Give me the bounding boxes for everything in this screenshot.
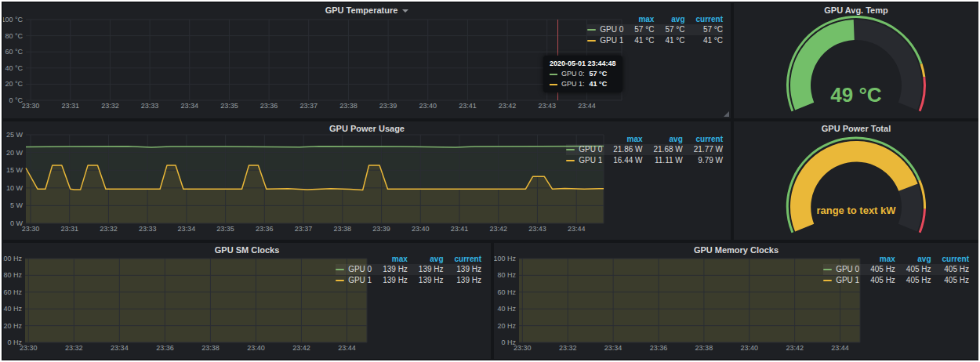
y-axis-label: 100 °C — [3, 16, 23, 24]
legend-row-gpu-0[interactable]: GPU 0139 Hz139 Hz139 Hz — [336, 264, 481, 275]
x-axis-label: 23:33 — [139, 225, 157, 233]
x-axis-label: 23:36 — [256, 225, 274, 233]
legend-header-row: maxavgcurrent — [823, 254, 969, 264]
x-axis-label: 23:38 — [334, 225, 352, 233]
y-axis-label: 10 W — [6, 184, 24, 192]
y-axis-label: 60 Hz — [3, 288, 22, 296]
gpu_power_total-svg — [734, 121, 978, 240]
legend-row-gpu-0[interactable]: GPU 057 °C57 °C57 °C — [587, 24, 723, 35]
x-axis-label: 23:42 — [489, 225, 507, 233]
legend-header-row: maxavgcurrent — [587, 14, 723, 24]
screenshot-frame: GPU Temperature 0 °C20 °C40 °C60 °C80 °C… — [0, 0, 980, 362]
legend-header-current: current — [685, 14, 723, 24]
chart-legend: maxavgcurrentGPU 0139 Hz139 Hz139 HzGPU … — [336, 254, 481, 286]
x-axis-label: 23:30 — [22, 225, 40, 233]
legend-row-gpu-1[interactable]: GPU 116.44 W11.11 W9.79 W — [566, 155, 723, 166]
x-axis-label: 23:37 — [299, 102, 318, 110]
panel-gpu-temperature: GPU Temperature 0 °C20 °C40 °C60 °C80 °C… — [3, 3, 731, 118]
gauge-value: 49 °C — [734, 83, 978, 107]
x-axis-label: 23:32 — [559, 344, 577, 352]
y-axis-label: 60 Hz — [497, 288, 516, 296]
y-axis-label: 5 W — [10, 201, 24, 209]
y-axis-label: 20 W — [6, 149, 24, 157]
chart-legend: maxavgcurrentGPU 057 °C57 °C57 °CGPU 141… — [587, 14, 723, 46]
y-axis-label: 100 Hz — [3, 255, 22, 262]
tooltip-row: GPU 1:41 °C — [550, 79, 616, 89]
x-axis-label: 23:37 — [295, 225, 313, 233]
series-fill — [519, 259, 860, 342]
panel-gpu-memory-clocks: GPU Memory Clocks 0 Hz20 Hz40 Hz60 Hz80 … — [494, 243, 978, 359]
x-axis-label: 23:40 — [412, 225, 430, 233]
legend-header-avg: avg — [408, 254, 444, 264]
x-axis-label: 23:30 — [22, 102, 40, 110]
legend-header-max: max — [859, 254, 895, 264]
x-axis-label: 23:33 — [141, 102, 159, 110]
x-axis-label: 23:43 — [528, 225, 546, 233]
y-axis-label: 80 °C — [5, 32, 23, 40]
chart-legend: maxavgcurrentGPU 021.86 W21.68 W21.77 WG… — [566, 134, 723, 166]
x-axis-label: 23:42 — [292, 344, 310, 352]
x-axis-label: 23:34 — [178, 225, 196, 233]
tooltip-series-value: 57 °C — [590, 70, 608, 78]
x-axis-label: 23:34 — [111, 344, 129, 352]
x-axis-label: 23:39 — [372, 225, 390, 233]
x-axis-label: 23:44 — [338, 344, 356, 352]
panel-gpu-power-total: GPU Power Total range to text kW — [734, 121, 978, 240]
legend-header-current: current — [931, 254, 969, 264]
x-axis-label: 23:35 — [220, 102, 238, 110]
y-axis-label: 80 Hz — [497, 271, 516, 279]
y-axis-label: 40 Hz — [3, 305, 22, 313]
x-axis-label: 23:38 — [201, 344, 220, 352]
x-axis-label: 23:36 — [156, 344, 174, 352]
legend-row-gpu-0[interactable]: GPU 0405 Hz405 Hz405 Hz — [823, 264, 969, 275]
x-axis-label: 23:35 — [216, 225, 234, 233]
legend-header-row: maxavgcurrent — [336, 254, 481, 264]
panel-resize-handle[interactable] — [724, 111, 729, 117]
x-axis-label: 23:32 — [100, 225, 118, 233]
gpu-power-total-gauge — [734, 121, 978, 240]
legend-header-max: max — [623, 14, 654, 24]
legend-header-max: max — [372, 254, 408, 264]
x-axis-label: 23:44 — [578, 102, 596, 110]
x-axis-label: 23:43 — [538, 102, 556, 110]
chart-tooltip: 2020-05-01 23:44:48 GPU 0:57 °C GPU 1:41… — [543, 56, 622, 92]
series-color-swatch — [823, 280, 832, 281]
y-axis-label: 15 W — [6, 166, 24, 174]
chart-legend: maxavgcurrentGPU 0405 Hz405 Hz405 HzGPU … — [823, 254, 969, 286]
tooltip-series-value: 41 °C — [590, 80, 608, 88]
x-axis-label: 23:32 — [65, 344, 83, 352]
y-axis-label: 20 Hz — [497, 322, 516, 330]
x-axis-label: 23:38 — [695, 344, 713, 352]
x-axis-label: 23:40 — [740, 344, 758, 352]
x-axis-label: 23:34 — [604, 344, 622, 352]
x-axis-label: 23:36 — [260, 102, 278, 110]
legend-row-gpu-1[interactable]: GPU 141 °C41 °C41 °C — [587, 35, 723, 46]
series-color-swatch — [587, 29, 596, 31]
legend-row-gpu-0[interactable]: GPU 021.86 W21.68 W21.77 W — [566, 144, 723, 155]
series-color-swatch — [336, 269, 344, 270]
y-axis-label: 25 W — [6, 131, 24, 139]
y-axis-label: 100 Hz — [494, 255, 516, 262]
legend-row-gpu-1[interactable]: GPU 1405 Hz405 Hz405 Hz — [823, 275, 969, 286]
legend-header-current: current — [444, 254, 481, 264]
series-color-swatch — [566, 160, 575, 161]
legend-header-max: max — [602, 134, 642, 144]
tooltip-series-name: GPU 0: — [561, 70, 585, 78]
panel-gpu-avg-temp: GPU Avg. Temp 49 °C — [734, 3, 978, 118]
legend-row-gpu-1[interactable]: GPU 1139 Hz139 Hz139 Hz — [336, 275, 481, 286]
y-axis-label: 0 °C — [9, 96, 23, 104]
legend-header-avg: avg — [643, 134, 683, 144]
x-axis-label: 23:41 — [451, 225, 469, 233]
y-axis-label: 80 Hz — [3, 271, 22, 279]
legend-header-current: current — [683, 134, 723, 144]
x-axis-label: 23:44 — [568, 225, 586, 233]
x-axis-label: 23:30 — [514, 344, 532, 352]
series-color-swatch — [550, 84, 557, 85]
y-axis-label: 20 Hz — [3, 322, 22, 330]
x-axis-label: 23:34 — [180, 102, 198, 110]
x-axis-label: 23:32 — [101, 102, 119, 110]
x-axis-label: 23:41 — [459, 102, 477, 110]
x-axis-label: 23:38 — [339, 102, 358, 110]
panel-gpu-sm-clocks: GPU SM Clocks 0 Hz20 Hz40 Hz60 Hz80 Hz10… — [3, 243, 491, 359]
y-axis-label: 60 °C — [5, 48, 23, 56]
